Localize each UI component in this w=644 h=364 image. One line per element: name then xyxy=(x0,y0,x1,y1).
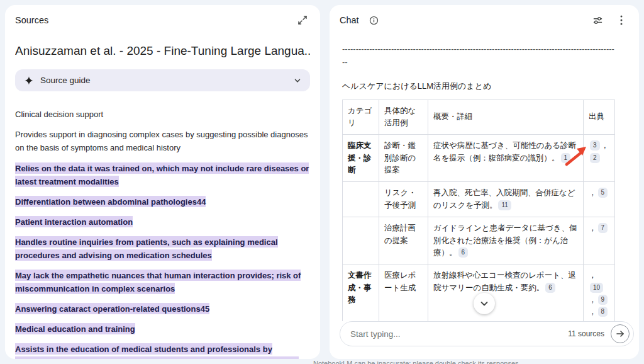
source-citations-cell: ，7 xyxy=(584,217,615,264)
llm-usecase-table: カテゴリ具体的な活用例概要・詳細出典 臨床支援・診断診断・鑑別診断の提案症状や病… xyxy=(342,100,615,321)
disclaimer-text: NotebookLM can be inaccurate; please dou… xyxy=(313,360,521,364)
source-paragraph: Handles routine inquiries from patients,… xyxy=(15,235,310,261)
source-document-content: Clinical decision supportProvides suppor… xyxy=(15,108,310,359)
category-cell xyxy=(343,217,379,264)
highlighted-passage[interactable]: Medical education and training xyxy=(15,323,135,334)
highlighted-passage[interactable]: Relies on the data it was trained on, wh… xyxy=(15,162,309,187)
passage-text: Provides support in diagnosing complex c… xyxy=(15,130,308,152)
overflow-menu-icon[interactable] xyxy=(613,11,630,29)
citation-chip[interactable]: 6 xyxy=(458,247,469,258)
detail-text: 症状や病歴に基づき、可能性のある診断名を提示（例：腹部病変の識別）。 xyxy=(433,141,576,162)
citation-chip[interactable]: 10 xyxy=(590,283,603,293)
passage-text: Clinical decision support xyxy=(15,110,103,119)
table-header-cell: 具体的な活用例 xyxy=(379,100,428,135)
citation-chip[interactable]: 11 xyxy=(498,200,511,210)
table-header-cell: 概要・詳細 xyxy=(428,100,584,135)
highlighted-passage[interactable]: Differentiation between abdominal pathol… xyxy=(15,196,206,207)
sources-panel-title: Sources xyxy=(15,15,48,25)
sources-panel: Sources Anisuzzaman et al. - 2025 - Fine… xyxy=(5,5,320,359)
category-cell xyxy=(343,182,379,217)
collapse-panel-icon[interactable] xyxy=(294,11,311,29)
highlighted-passage[interactable]: Answering cataract operation-related que… xyxy=(15,303,209,314)
source-guide-label: Source guide xyxy=(40,76,91,85)
citation-chip[interactable]: 9 xyxy=(598,295,608,305)
source-doc-title: Anisuzzaman et al. - 2025 - Fine-Tuning … xyxy=(15,44,310,58)
table-row: リスク・予後予測再入院、死亡率、入院期間、合併症などのリスクを予測。11，5 xyxy=(343,182,615,217)
message-divider-line: -- xyxy=(342,56,626,69)
use-case-cell: リスク・予後予測 xyxy=(379,182,428,217)
highlighted-passage[interactable]: Patient interaction automation xyxy=(15,216,133,227)
message-divider-line: ----------------------------------------… xyxy=(342,43,626,56)
source-paragraph: Patient interaction automation xyxy=(15,215,310,228)
chat-panel-header: Chat xyxy=(330,5,639,35)
source-paragraph: Relies on the data it was trained on, wh… xyxy=(15,161,310,188)
chat-panel-title: Chat xyxy=(340,15,359,25)
source-paragraph: May lack the empathetic nuances that hum… xyxy=(15,268,310,295)
citation-separator: ， xyxy=(589,295,597,304)
use-case-cell: 治療計画の提案 xyxy=(379,217,428,264)
highlighted-passage[interactable]: May lack the empathetic nuances that hum… xyxy=(15,270,301,294)
citation-separator: ， xyxy=(589,271,597,280)
chat-input[interactable] xyxy=(350,329,562,339)
table-header-cell: カテゴリ xyxy=(343,100,379,135)
chat-table-heading: ヘルスケアにおけるLLM活用例のまとめ xyxy=(342,81,626,92)
source-paragraph: Provides support in diagnosing complex c… xyxy=(15,128,310,154)
citation-chip[interactable]: 5 xyxy=(598,188,608,198)
chat-panel: Chat -----------------------------------… xyxy=(330,5,639,359)
detail-cell: ガイドラインと患者データに基づき、個別化された治療法を推奨（例：がん治療）。6 xyxy=(428,217,584,264)
chat-input-bar: 11 sources xyxy=(340,321,634,346)
chat-messages-area[interactable]: ----------------------------------------… xyxy=(330,35,639,321)
send-arrow-icon xyxy=(615,329,625,339)
table-header-cell: 出典 xyxy=(584,100,615,135)
highlighted-passage[interactable]: Assists in the education of medical stud… xyxy=(15,343,299,359)
source-paragraph: Differentiation between abdominal pathol… xyxy=(15,195,310,208)
highlighted-passage[interactable]: Handles routine inquiries from patients,… xyxy=(15,236,278,261)
scroll-to-bottom-button[interactable] xyxy=(474,293,495,314)
source-citations-cell: ，10，9，8 xyxy=(584,264,615,321)
source-paragraph: Assists in the education of medical stud… xyxy=(15,343,310,359)
source-guide-button[interactable]: Source guide xyxy=(15,69,310,91)
citation-chip[interactable]: 2 xyxy=(590,153,600,163)
chevron-down-icon xyxy=(294,77,301,84)
sparkle-icon xyxy=(24,76,34,86)
sources-count-label: 11 sources xyxy=(568,329,604,338)
source-citations-cell: 3，2 xyxy=(584,135,615,182)
citation-chip[interactable]: 3 xyxy=(590,140,600,151)
citation-separator: ， xyxy=(601,141,609,150)
info-icon[interactable] xyxy=(365,11,383,29)
table-row: 臨床支援・診断診断・鑑別診断の提案症状や病歴に基づき、可能性のある診断名を提示（… xyxy=(343,135,615,182)
detail-cell: 再入院、死亡率、入院期間、合併症などのリスクを予測。11 xyxy=(428,182,584,217)
sources-panel-header: Sources xyxy=(5,5,320,35)
category-cell: 臨床支援・診断 xyxy=(343,135,379,182)
table-header-row: カテゴリ具体的な活用例概要・詳細出典 xyxy=(343,100,615,135)
detail-text: ガイドラインと患者データに基づき、個別化された治療法を推奨（例：がん治療）。 xyxy=(433,224,577,257)
citation-separator: ， xyxy=(589,307,597,316)
citation-separator: ， xyxy=(589,188,597,197)
citation-chip[interactable]: 8 xyxy=(598,307,608,317)
source-paragraph: Medical education and training xyxy=(15,322,310,336)
citation-separator: ， xyxy=(589,224,597,232)
table-row: 治療計画の提案ガイドラインと患者データに基づき、個別化された治療法を推奨（例：が… xyxy=(343,217,615,264)
source-paragraph: Answering cataract operation-related que… xyxy=(15,302,310,316)
use-case-cell: 医療レポート生成 xyxy=(379,264,428,321)
citation-chip[interactable]: 7 xyxy=(598,223,608,233)
chat-settings-icon[interactable] xyxy=(589,11,606,29)
source-paragraph: Clinical decision support xyxy=(15,108,310,121)
use-case-cell: 診断・鑑別診断の提案 xyxy=(379,135,428,182)
citation-chip[interactable]: 6 xyxy=(545,283,555,293)
send-button[interactable] xyxy=(611,324,630,343)
detail-cell: 放射線科や心エコー検査のレポート、退院サマリーの自動生成・要約。6 xyxy=(428,264,584,321)
source-citations-cell: ，5 xyxy=(584,182,615,217)
category-cell: 文書作成・事務 xyxy=(343,264,379,321)
detail-cell: 症状や病歴に基づき、可能性のある診断名を提示（例：腹部病変の識別）。1 xyxy=(428,135,584,182)
citation-chip[interactable]: 1 xyxy=(561,153,571,163)
